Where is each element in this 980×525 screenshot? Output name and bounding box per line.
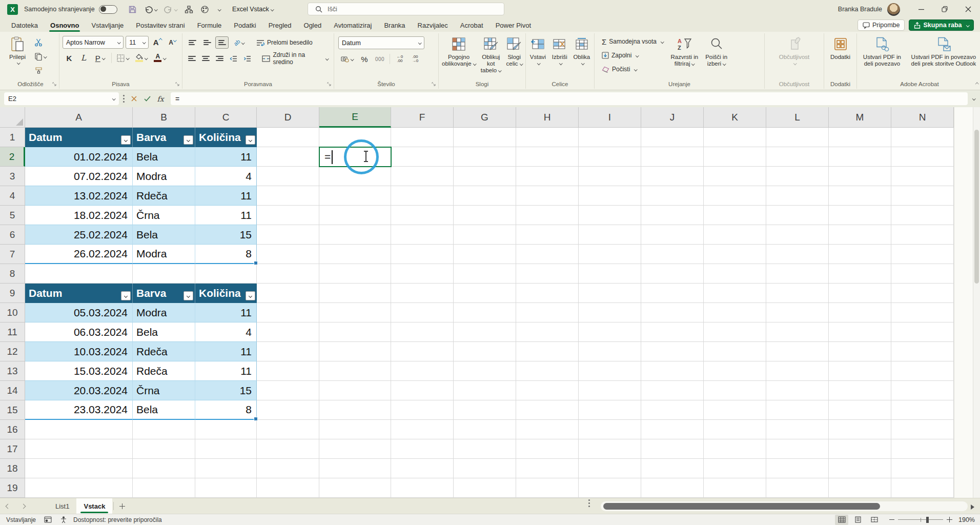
cell-I19[interactable]	[579, 478, 641, 498]
cell-C16[interactable]	[195, 420, 257, 439]
row-header-16[interactable]: 16	[0, 420, 25, 439]
row-header-14[interactable]: 14	[0, 381, 25, 400]
cell-D11[interactable]	[257, 322, 319, 342]
cell-J8[interactable]	[641, 264, 704, 284]
cell-I11[interactable]	[579, 322, 641, 342]
shrink-font-button[interactable]: A	[166, 36, 179, 49]
cell-I10[interactable]	[579, 303, 641, 322]
column-header-A[interactable]: A	[25, 107, 133, 128]
align-bottom-button[interactable]	[215, 36, 229, 49]
user-avatar[interactable]	[887, 3, 900, 16]
pdf-outlook-button[interactable]: Ustvari PDF in povezavo deli prek storit…	[909, 34, 978, 78]
quick-access-palette-button[interactable]	[198, 4, 212, 15]
font-name-combo[interactable]: Aptos Narrow	[63, 36, 124, 49]
ribbon-tab-avtomatiziraj[interactable]: Avtomatiziraj	[328, 18, 378, 32]
column-header-I[interactable]: I	[579, 107, 641, 128]
insert-mode-label[interactable]: Vstavljanje	[6, 516, 36, 523]
paste-button[interactable]: Prilepi	[3, 34, 32, 78]
cell-G3[interactable]	[454, 167, 516, 186]
align-center-button[interactable]	[199, 52, 212, 65]
cell-G9[interactable]	[454, 284, 516, 303]
cell-K13[interactable]	[704, 361, 766, 381]
cell-A15[interactable]: 23.03.2024	[25, 400, 133, 420]
ribbon-tab-branka[interactable]: Branka	[378, 18, 411, 32]
cell-G1[interactable]	[454, 128, 516, 147]
align-middle-button[interactable]	[200, 36, 214, 49]
cell-B9[interactable]: Barva	[133, 284, 195, 303]
cell-D9[interactable]	[257, 284, 319, 303]
cell-K7[interactable]	[704, 245, 766, 264]
cell-B15[interactable]: Bela	[133, 400, 195, 420]
cell-C1[interactable]: Količina	[195, 128, 257, 147]
zoom-slider-track[interactable]	[898, 519, 943, 520]
cell-I1[interactable]	[579, 128, 641, 147]
filter-dropdown-button[interactable]	[246, 135, 255, 145]
cell-C4[interactable]: 11	[195, 186, 257, 206]
addins-button[interactable]: Dodatki	[828, 34, 852, 78]
cell-J6[interactable]	[641, 225, 704, 245]
cell-B16[interactable]	[133, 420, 195, 439]
cell-F19[interactable]	[391, 478, 454, 498]
cell-A13[interactable]: 15.03.2024	[25, 361, 133, 381]
row-header-18[interactable]: 18	[0, 459, 25, 478]
accounting-format-button[interactable]	[338, 53, 356, 65]
column-header-B[interactable]: B	[133, 107, 195, 128]
accessibility-icon[interactable]	[60, 516, 67, 523]
cell-C10[interactable]: 11	[195, 303, 257, 322]
cell-E16[interactable]	[319, 420, 391, 439]
align-right-button[interactable]	[213, 52, 226, 65]
cell-F11[interactable]	[391, 322, 454, 342]
cell-N2[interactable]	[891, 147, 954, 167]
cell-E5[interactable]	[319, 206, 391, 225]
cell-F13[interactable]	[391, 361, 454, 381]
cell-F6[interactable]	[391, 225, 454, 245]
cell-J11[interactable]	[641, 322, 704, 342]
cell-J10[interactable]	[641, 303, 704, 322]
column-header-N[interactable]: N	[891, 107, 954, 128]
cell-B4[interactable]: Rdeča	[133, 186, 195, 206]
cell-G10[interactable]	[454, 303, 516, 322]
cell-M7[interactable]	[829, 245, 891, 264]
cell-K9[interactable]	[704, 284, 766, 303]
cell-F3[interactable]	[391, 167, 454, 186]
underline-button[interactable]: P	[91, 52, 109, 64]
row-header-10[interactable]: 10	[0, 303, 25, 322]
cell-K15[interactable]	[704, 400, 766, 420]
cell-D16[interactable]	[257, 420, 319, 439]
cell-I8[interactable]	[579, 264, 641, 284]
cell-K11[interactable]	[704, 322, 766, 342]
cell-F18[interactable]	[391, 459, 454, 478]
cell-N13[interactable]	[891, 361, 954, 381]
cell-A19[interactable]	[25, 478, 133, 498]
cell-L16[interactable]	[766, 420, 829, 439]
cell-D15[interactable]	[257, 400, 319, 420]
cell-M1[interactable]	[829, 128, 891, 147]
cell-J14[interactable]	[641, 381, 704, 400]
cell-C15[interactable]: 8	[195, 400, 257, 420]
cell-K1[interactable]	[704, 128, 766, 147]
close-button[interactable]	[956, 0, 980, 18]
cell-M12[interactable]	[829, 342, 891, 361]
cell-G8[interactable]	[454, 264, 516, 284]
cell-N19[interactable]	[891, 478, 954, 498]
cell-A14[interactable]: 20.03.2024	[25, 381, 133, 400]
vertical-scrollbar-thumb[interactable]	[974, 130, 979, 284]
cell-K16[interactable]	[704, 420, 766, 439]
cell-K14[interactable]	[704, 381, 766, 400]
cell-F16[interactable]	[391, 420, 454, 439]
macro-record-icon[interactable]	[44, 516, 52, 523]
column-header-C[interactable]: C	[195, 107, 257, 128]
cell-styles-button[interactable]: Slogi celic	[504, 34, 524, 78]
cell-F7[interactable]	[391, 245, 454, 264]
cell-B17[interactable]	[133, 439, 195, 459]
cell-D3[interactable]	[257, 167, 319, 186]
cell-E13[interactable]	[319, 361, 391, 381]
column-header-M[interactable]: M	[829, 107, 891, 128]
cell-J19[interactable]	[641, 478, 704, 498]
cell-L8[interactable]	[766, 264, 829, 284]
column-header-J[interactable]: J	[641, 107, 704, 128]
copy-button[interactable]	[32, 50, 49, 63]
font-size-combo[interactable]: 11	[126, 36, 149, 49]
cell-I2[interactable]	[579, 147, 641, 167]
cell-F8[interactable]	[391, 264, 454, 284]
